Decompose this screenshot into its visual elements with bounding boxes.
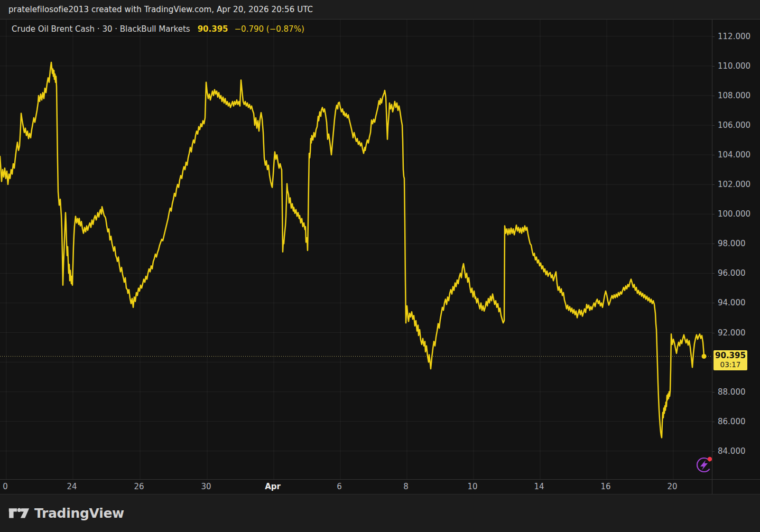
price-pane[interactable]: Crude Oil Brent Cash · 30 · BlackBull Ma… [0,19,712,479]
pane-top-border [0,19,760,20]
x-axis-label: 14 [534,482,544,491]
y-axis-label: 102.000 [718,180,750,189]
y-axis-label: 110.000 [718,61,750,71]
x-axis-label: 16 [600,482,610,491]
y-axis-label: 104.000 [718,150,750,160]
tradingview-logo-icon[interactable] [8,505,30,521]
price-scale[interactable]: 90.395 03:17 112.000110.000108.000106.00… [712,19,760,479]
y-axis-label: 98.000 [718,239,746,248]
attribution-bar: pratelefilosofie2013 created with Tradin… [0,0,760,19]
y-axis-label: 94.000 [718,298,746,307]
attribution-text: pratelefilosofie2013 created with Tradin… [8,5,313,14]
last-price: 90.395 [198,24,228,34]
y-axis-label: 84.000 [718,446,746,456]
tradingview-wordmark[interactable]: TradingView [34,506,124,521]
y-axis-label: 112.000 [718,32,750,41]
y-axis-label: 108.000 [718,91,750,100]
symbol-header: Crude Oil Brent Cash · 30 · BlackBull Ma… [12,24,304,34]
tradingview-snapshot: pratelefilosofie2013 created with Tradin… [0,0,760,532]
bottom-bar-border [0,494,760,494]
last-price-value: 90.395 [713,351,747,360]
last-price-tag: 90.395 03:17 [713,350,747,370]
x-axis-label: 0 [3,482,8,491]
x-axis-label: 6 [337,482,342,491]
time-scale[interactable]: 0242630Apr6810141620 [0,479,712,494]
price-line-series [0,62,704,438]
x-axis-label: Apr [265,482,281,491]
y-axis-label: 88.000 [718,387,746,397]
x-axis-label: 20 [667,482,677,491]
y-axis-label: 106.000 [718,120,750,130]
symbol-title[interactable]: Crude Oil Brent Cash · 30 · BlackBull Ma… [12,24,190,34]
y-axis-label: 96.000 [718,268,746,278]
bar-countdown: 03:17 [713,360,747,369]
time-scale-border [0,479,760,480]
x-axis-label: 26 [134,482,144,491]
x-axis-label: 8 [403,482,409,491]
price-scale-border [712,19,712,494]
x-axis-label: 30 [201,482,211,491]
last-point-marker [702,354,707,359]
market-status-icon[interactable] [694,454,712,474]
y-axis-label: 100.000 [718,209,750,219]
price-change: −0.790 (−0.87%) [235,24,304,34]
x-axis-label: 10 [467,482,477,491]
y-axis-label: 86.000 [718,417,746,426]
logo-bar: TradingView [0,494,760,532]
x-axis-label: 24 [67,482,77,491]
price-chart[interactable] [0,19,712,479]
lightning-bolt-icon [700,460,708,470]
status-red-dot [708,457,712,461]
y-axis-label: 92.000 [718,328,746,338]
